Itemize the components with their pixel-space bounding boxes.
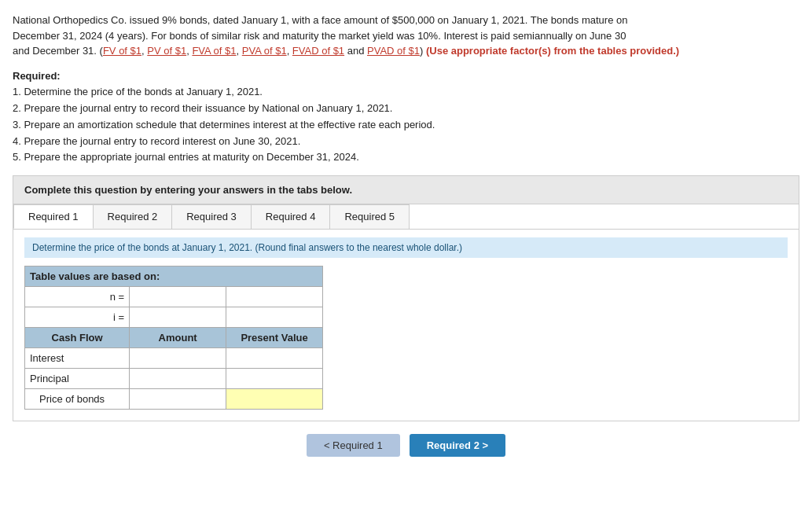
interest-pv-cell[interactable]: [226, 348, 323, 369]
n-row: n =: [25, 287, 323, 307]
table-row-interest: Interest: [25, 348, 323, 369]
intro-text-1: National Orthopedics Co. issued 9% bonds…: [13, 14, 627, 26]
n-input[interactable]: [134, 291, 221, 303]
i-input[interactable]: [134, 311, 221, 323]
n-label: n =: [25, 287, 130, 307]
next-button[interactable]: Required 2 >: [410, 434, 505, 457]
tab-required-4[interactable]: Required 4: [251, 204, 331, 229]
interest-label: Interest: [25, 348, 130, 369]
n-pv-empty: [226, 287, 323, 307]
required-title: Required:: [13, 70, 61, 82]
principal-amount-input[interactable]: [134, 373, 221, 384]
req-item-2: 2. Prepare the journal entry to record t…: [13, 102, 392, 114]
interest-pv-input[interactable]: [231, 352, 318, 364]
principal-pv-cell[interactable]: [226, 369, 323, 389]
tab-required-5[interactable]: Required 5: [329, 204, 410, 229]
req-item-5: 5. Prepare the appropriate journal entri…: [13, 151, 359, 163]
sub-instruction: Determine the price of the bonds at Janu…: [24, 237, 788, 258]
i-input-cell[interactable]: [130, 307, 226, 328]
instruction-box: Complete this question by entering your …: [13, 175, 799, 204]
pva-link[interactable]: PVA of $1: [242, 45, 287, 57]
table-header-label: Table values are based on:: [25, 267, 323, 287]
tabs-container: Required 1 Required 2 Required 3 Require…: [13, 204, 799, 421]
interest-amount-cell[interactable]: [130, 348, 226, 369]
req-item-3: 3. Prepare an amortization schedule that…: [13, 119, 435, 130]
table-row-principal: Principal: [25, 369, 323, 389]
i-pv-empty: [226, 307, 323, 328]
principal-amount-cell[interactable]: [130, 369, 226, 389]
n-input-cell[interactable]: [130, 287, 226, 307]
tab-required-1[interactable]: Required 1: [13, 204, 94, 229]
i-row: i =: [25, 307, 323, 328]
price-pv-cell[interactable]: [226, 389, 323, 410]
principal-label: Principal: [25, 369, 130, 389]
table-header-row: Table values are based on:: [25, 267, 323, 287]
tab-required-3[interactable]: Required 3: [171, 204, 252, 229]
fvad-link[interactable]: FVAD of $1: [292, 45, 344, 57]
sub-instruction-text: Determine the price of the bonds at Janu…: [32, 242, 462, 253]
values-table: Table values are based on: n = i = Cash …: [24, 266, 323, 410]
principal-pv-input[interactable]: [231, 373, 318, 384]
required-section: Required: 1. Determine the price of the …: [13, 68, 799, 167]
instruction-text: Complete this question by entering your …: [24, 184, 352, 196]
use-factors-text: (Use appropriate factor(s) from the tabl…: [426, 45, 679, 57]
price-pv-input[interactable]: [231, 393, 318, 405]
req-item-1: 1. Determine the price of the bonds at J…: [13, 86, 263, 97]
column-header-row: Cash Flow Amount Present Value: [25, 328, 323, 348]
i-label: i =: [25, 307, 130, 328]
nav-buttons: < Required 1 Required 2 >: [13, 434, 799, 457]
tab-required-2[interactable]: Required 2: [93, 204, 173, 229]
fv-link[interactable]: FV of $1: [103, 45, 141, 57]
price-amount-cell: [130, 389, 226, 410]
pv-link[interactable]: PV of $1: [147, 45, 186, 57]
table-row-price: Price of bonds: [25, 389, 323, 410]
col-header-amount: Amount: [130, 328, 226, 348]
intro-paragraph: National Orthopedics Co. issued 9% bonds…: [13, 13, 799, 59]
tab-content: Determine the price of the bonds at Janu…: [13, 230, 799, 421]
intro-text-3: and December 31. (: [13, 45, 103, 57]
price-label: Price of bonds: [25, 389, 130, 410]
prev-button[interactable]: < Required 1: [307, 434, 400, 457]
intro-text-2: December 31, 2024 (4 years). For bonds o…: [13, 30, 626, 42]
fva-link[interactable]: FVA of $1: [192, 45, 236, 57]
col-header-pv: Present Value: [226, 328, 323, 348]
interest-amount-input[interactable]: [134, 352, 221, 364]
tabs-row: Required 1 Required 2 Required 3 Require…: [13, 204, 799, 230]
req-item-4: 4. Prepare the journal entry to record i…: [13, 135, 300, 147]
col-header-cashflow: Cash Flow: [25, 328, 130, 348]
pvad-link[interactable]: PVAD of $1: [367, 45, 420, 57]
